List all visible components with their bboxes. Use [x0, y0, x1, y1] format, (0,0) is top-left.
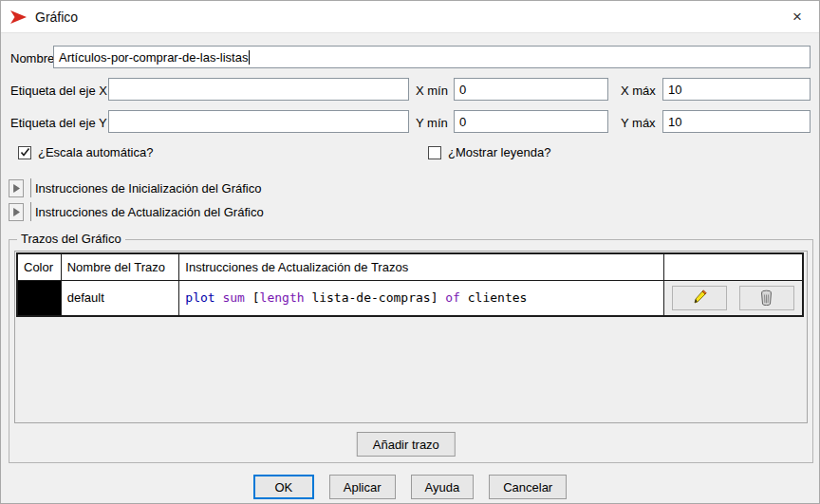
column-header-code: Instrucciones de Actualización de Trazos [179, 253, 663, 280]
pens-groupbox-title: Trazos del Gráfico [17, 232, 125, 246]
help-button[interactable]: Ayuda [411, 475, 475, 499]
name-label: Nombre [10, 51, 54, 65]
edit-pen-button[interactable] [672, 286, 727, 310]
y-max-label: Y máx [621, 116, 656, 130]
setup-section-label: Instrucciones de Inicialización del Gráf… [35, 181, 261, 196]
plot-dialog-window: Gráfico × Nombre Artículos-por-comprar-d… [0, 0, 820, 504]
x-axis-label-label: Etiqueta del eje X [10, 84, 107, 98]
y-min-input[interactable] [454, 110, 608, 133]
y-axis-label-label: Etiqueta del eje Y [10, 116, 107, 130]
pens-table-header-row: Color Nombre del Trazo Instrucciones de … [17, 253, 803, 280]
pen-code[interactable]: plot sum [length lista-de-compras] of cl… [179, 280, 663, 316]
autoscale-checkbox[interactable] [18, 146, 31, 159]
text-caret [249, 50, 250, 65]
chevron-right-icon [13, 208, 20, 216]
y-axis-label-input[interactable] [108, 110, 409, 133]
close-button[interactable]: × [775, 1, 819, 32]
delete-pen-button[interactable] [739, 286, 794, 310]
section-divider [30, 202, 31, 221]
column-header-name: Nombre del Trazo [61, 253, 179, 280]
pen-color-cell[interactable] [17, 280, 61, 316]
add-pen-button[interactable]: Añadir trazo [357, 432, 456, 457]
y-max-input[interactable] [662, 110, 811, 133]
close-icon: × [792, 8, 802, 27]
cancel-button[interactable]: Cancelar [489, 475, 567, 499]
x-max-label: X máx [621, 84, 656, 98]
y-min-label: Y mín [416, 116, 448, 130]
update-section-expander[interactable] [9, 203, 24, 221]
show-legend-checkbox[interactable] [428, 146, 441, 159]
show-legend-checkbox-label: ¿Mostrar leyenda? [448, 145, 550, 159]
autoscale-checkbox-label: ¿Escala automática? [38, 145, 153, 159]
chevron-right-icon [13, 184, 20, 193]
pen-row: default plot sum [length lista-de-compra… [17, 280, 803, 316]
trash-icon [759, 289, 773, 306]
column-header-actions [663, 253, 803, 280]
pen-actions-cell [663, 280, 803, 316]
name-input-value: Artículos-por-comprar-de-las-listas [59, 50, 248, 65]
dialog-footer: OK Aplicar Ayuda Cancelar [1, 475, 819, 499]
x-axis-label-input[interactable] [108, 78, 409, 101]
column-header-color: Color [17, 253, 61, 280]
netlogo-icon [10, 9, 28, 25]
check-icon [20, 147, 30, 158]
pens-groupbox: Trazos del Gráfico Color Nombre del Traz… [9, 239, 813, 463]
ok-button[interactable]: OK [253, 475, 314, 499]
pencil-icon [692, 289, 707, 306]
x-min-label: X mín [416, 84, 448, 98]
update-section-label: Instrucciones de Actualización del Gráfi… [35, 205, 264, 219]
pen-name-cell[interactable]: default [61, 280, 179, 316]
pens-table: Color Nombre del Trazo Instrucciones de … [16, 252, 804, 317]
name-input[interactable]: Artículos-por-comprar-de-las-listas [53, 46, 811, 68]
x-min-input[interactable] [454, 78, 608, 101]
apply-button[interactable]: Aplicar [329, 475, 396, 499]
x-max-input[interactable] [662, 78, 811, 101]
title-bar: Gráfico × [1, 1, 819, 33]
window-title: Gráfico [35, 9, 78, 25]
setup-section-expander[interactable] [9, 179, 24, 197]
pens-scroll-pane: Color Nombre del Trazo Instrucciones de … [14, 251, 808, 423]
section-divider [30, 178, 31, 197]
pen-color-swatch[interactable] [18, 281, 61, 315]
